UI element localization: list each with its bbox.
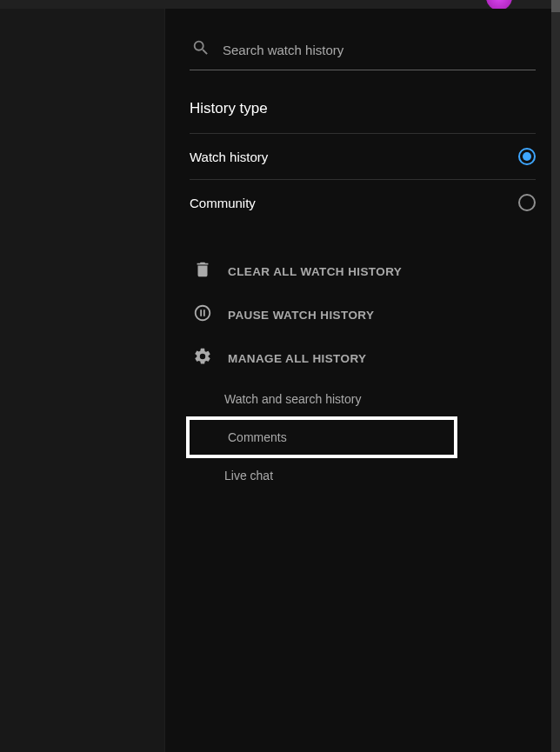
pause-history-button[interactable]: PAUSE WATCH HISTORY: [190, 293, 536, 336]
sublink-watch-search[interactable]: Watch and search history: [190, 382, 536, 416]
pause-icon: [193, 303, 212, 326]
gear-icon: [193, 347, 212, 369]
content-area-left: [0, 9, 165, 752]
option-label: Watch history: [190, 150, 268, 164]
highlighted-item: Comments: [186, 416, 457, 458]
radio-unselected-icon: [518, 194, 536, 211]
history-panel: History type Watch history Community CLE…: [165, 9, 560, 752]
manage-history-button[interactable]: MANAGE ALL HISTORY: [190, 336, 536, 380]
search-icon: [191, 38, 210, 61]
option-label: Community: [190, 196, 256, 210]
option-community[interactable]: Community: [190, 179, 536, 225]
option-watch-history[interactable]: Watch history: [190, 133, 536, 179]
trash-icon: [193, 260, 212, 283]
action-label: MANAGE ALL HISTORY: [228, 352, 366, 365]
search-row[interactable]: [190, 35, 536, 70]
action-label: CLEAR ALL WATCH HISTORY: [228, 265, 402, 278]
action-label: PAUSE WATCH HISTORY: [228, 309, 374, 322]
sublink-live-chat[interactable]: Live chat: [190, 458, 536, 493]
sublink-comments[interactable]: Comments: [190, 420, 454, 455]
scrollbar[interactable]: [551, 0, 560, 752]
history-type-title: History type: [190, 100, 536, 117]
top-bar: [0, 0, 560, 9]
radio-selected-icon: [518, 148, 536, 165]
search-input[interactable]: [223, 43, 534, 57]
clear-history-button[interactable]: CLEAR ALL WATCH HISTORY: [190, 250, 536, 293]
